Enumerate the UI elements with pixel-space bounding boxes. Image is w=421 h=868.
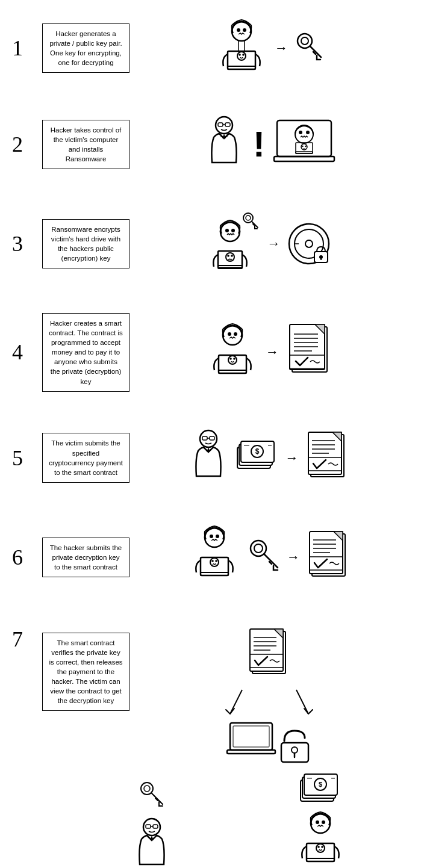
svg-point-7 (242, 54, 245, 56)
svg-point-119 (317, 846, 320, 848)
svg-point-45 (229, 358, 232, 361)
svg-point-33 (231, 255, 233, 257)
svg-point-78 (211, 560, 214, 562)
svg-point-5 (237, 52, 246, 60)
step-6-text: The hacker submits the private decryptio… (42, 538, 129, 577)
svg-text:$: $ (319, 781, 322, 788)
step-3-icons: → (129, 211, 409, 277)
svg-point-27 (225, 229, 229, 232)
hacker-icon-4 (205, 322, 260, 382)
svg-rect-11 (218, 123, 223, 126)
step-1-text: Hacker generates a private / public key … (42, 23, 129, 73)
step-2-icons: ! (129, 114, 409, 175)
svg-point-74 (216, 535, 219, 538)
step-4-icons: → (129, 322, 409, 382)
svg-point-9 (301, 37, 308, 45)
svg-rect-30 (218, 265, 242, 268)
hacker-icon-7b (293, 810, 348, 868)
step-number-3: 3 (12, 231, 42, 256)
svg-point-1 (237, 28, 240, 32)
step-3: 3 Ransomware encrypts victim's hard driv… (0, 193, 421, 295)
step-3-text: Ransomware encrypts victim's hard drive … (42, 219, 129, 268)
svg-rect-43 (219, 370, 246, 373)
svg-text:$: $ (255, 447, 259, 456)
svg-point-22 (302, 146, 303, 147)
victim-icon-2 (205, 114, 244, 175)
svg-point-32 (227, 255, 229, 257)
svg-point-23 (305, 146, 306, 147)
step-7: 7 The smart contract verifies the privat… (0, 609, 421, 771)
arrow-icon-1: → (275, 40, 288, 56)
victim-icon-5 (189, 428, 228, 488)
step-1: 1 Hacker generates a private / public ke… (0, 0, 421, 96)
step-number-1: 1 (12, 36, 42, 61)
step-number-7: 7 (12, 627, 42, 652)
svg-rect-105 (153, 825, 158, 828)
svg-rect-20 (296, 152, 313, 153)
svg-rect-104 (146, 825, 151, 828)
hacker-key-icon-3 (207, 211, 261, 277)
svg-rect-12 (225, 123, 230, 126)
svg-point-36 (305, 240, 313, 247)
svg-point-6 (239, 54, 241, 56)
victim-laptop-icon (227, 720, 275, 765)
step-5-text: The victim submits the specified cryptoc… (42, 433, 129, 482)
svg-point-18 (306, 131, 310, 134)
svg-point-79 (215, 560, 217, 562)
svg-point-100 (292, 747, 298, 753)
step-number-5: 5 (12, 445, 42, 471)
crypto-money-icon: $ (234, 435, 279, 480)
svg-point-44 (228, 356, 237, 364)
svg-rect-4 (228, 66, 255, 69)
money-hacker-group: $ (293, 771, 348, 868)
svg-rect-97 (227, 750, 275, 754)
step-number-2: 2 (12, 132, 42, 157)
money-icon-7b: $ (298, 771, 343, 807)
victim-person-7b (134, 816, 170, 868)
hacker-icon-6 (187, 524, 242, 591)
arrow-down-left (221, 687, 251, 717)
step-6-icons: → (129, 524, 409, 591)
step-number-4: 4 (12, 339, 42, 365)
step-1-icons: → (129, 18, 409, 78)
svg-point-40 (228, 332, 231, 336)
svg-rect-117 (307, 858, 334, 861)
svg-rect-15 (274, 157, 334, 161)
svg-point-25 (246, 215, 251, 220)
svg-rect-98 (233, 726, 269, 747)
svg-rect-56 (202, 436, 207, 440)
step-2: 2 Hacker takes control of the victim's c… (0, 96, 421, 193)
svg-point-2 (243, 28, 246, 32)
hacker-icon-1 (214, 18, 269, 78)
smart-contract-icon-6 (306, 530, 351, 584)
step-4: 4 Hacker creates a smart contract. The c… (0, 295, 421, 410)
key-victim-group (134, 780, 170, 868)
key-icon-7b (139, 780, 166, 813)
key-icon-1 (294, 30, 324, 66)
step-2-text: Hacker takes control of the victim's com… (42, 120, 129, 169)
arrow-icon-3: → (267, 236, 281, 252)
exclamation-icon: ! (250, 123, 268, 166)
harddrive-lock-icon (287, 222, 332, 267)
svg-point-80 (251, 541, 266, 556)
arrow-icon-5: → (285, 450, 299, 466)
key-icon-6 (248, 538, 281, 577)
step-7-bottom-row: $ (60, 771, 421, 868)
smart-contract-icon-4 (285, 322, 333, 382)
arrow-down-right (287, 687, 317, 717)
svg-point-81 (254, 544, 263, 553)
svg-point-46 (233, 358, 235, 361)
step-number-6: 6 (12, 545, 42, 570)
svg-point-73 (210, 535, 213, 538)
svg-point-77 (210, 558, 219, 566)
svg-point-120 (321, 846, 323, 848)
svg-point-28 (231, 229, 235, 232)
arrow-icon-4: → (266, 344, 279, 360)
svg-point-102 (144, 786, 150, 792)
svg-text:!: ! (253, 124, 265, 164)
svg-rect-57 (210, 436, 214, 440)
arrow-icon-6: → (287, 550, 300, 565)
step-5-icons: $ → (129, 428, 409, 488)
svg-point-118 (316, 844, 325, 852)
svg-point-17 (299, 131, 302, 134)
